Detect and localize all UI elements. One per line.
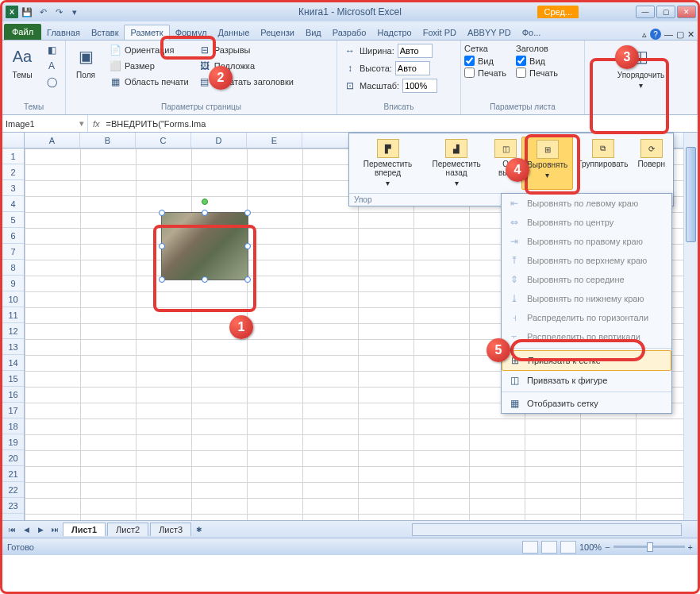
zoom-thumb[interactable] xyxy=(647,542,653,552)
height-input[interactable] xyxy=(395,61,430,75)
tab-home[interactable]: Главная xyxy=(41,25,86,40)
width-control[interactable]: ↔Ширина: xyxy=(340,42,440,60)
col-header[interactable]: D xyxy=(191,133,247,148)
row-header[interactable]: 6 xyxy=(2,228,24,244)
qat-more-icon[interactable]: ▾ xyxy=(67,5,82,19)
row-header[interactable]: 10 xyxy=(2,291,24,307)
headings-print-checkbox[interactable]: Печать xyxy=(516,67,558,79)
resize-handle[interactable] xyxy=(244,243,251,249)
resize-handle[interactable] xyxy=(244,210,251,216)
size-button[interactable]: ⬜Размер xyxy=(106,58,192,74)
row-header[interactable]: 21 xyxy=(2,466,24,482)
rotate-button[interactable]: ⟳Поверн xyxy=(633,137,670,190)
row-header[interactable]: 9 xyxy=(2,276,24,291)
row-header[interactable]: 19 xyxy=(2,434,24,450)
row-header[interactable]: 1 xyxy=(2,148,24,164)
align-top-item[interactable]: ⤒Выровнять по верхнему краю xyxy=(502,251,671,270)
headings-view-checkbox[interactable]: Вид xyxy=(516,55,558,67)
tab-page-layout[interactable]: Разметк xyxy=(124,25,169,40)
gridlines-print-checkbox[interactable]: Печать xyxy=(464,67,506,79)
row-header[interactable]: 11 xyxy=(2,307,24,323)
distribute-h-item[interactable]: ⫞Распределить по горизонтали xyxy=(502,308,671,327)
row-header[interactable]: 3 xyxy=(2,180,24,196)
next-sheet-button[interactable]: ▶ xyxy=(34,523,47,536)
col-header[interactable]: B xyxy=(80,133,136,148)
row-header[interactable]: 18 xyxy=(2,418,24,434)
prev-sheet-button[interactable]: ◀ xyxy=(20,523,33,536)
embedded-image[interactable] xyxy=(161,212,248,280)
formula-value[interactable]: =ВНЕДРИТЬ("Forms.Ima xyxy=(106,119,206,129)
close-button[interactable]: ✕ xyxy=(677,6,696,18)
print-area-button[interactable]: ▦Область печати xyxy=(106,74,192,90)
group-button[interactable]: ⧉Группировать xyxy=(573,137,633,190)
fonts-button[interactable]: A xyxy=(42,58,61,74)
page-layout-view-button[interactable] xyxy=(541,541,557,554)
themes-button[interactable]: Aa Темы xyxy=(6,42,39,81)
snap-to-grid-item[interactable]: ⊞Привязать к сетке xyxy=(502,350,671,371)
name-box[interactable]: Image1 ▾ xyxy=(2,115,88,132)
bring-forward-button[interactable]: ▛Переместить вперед▾ xyxy=(352,137,423,190)
normal-view-button[interactable] xyxy=(522,541,538,554)
row-header[interactable]: 7 xyxy=(2,244,24,260)
resize-handle[interactable] xyxy=(244,276,251,283)
align-button[interactable]: ⊞Выровнять▾ xyxy=(521,137,573,190)
effects-button[interactable]: ◯ xyxy=(42,74,61,90)
row-header[interactable]: 15 xyxy=(2,371,24,387)
row-header[interactable]: 8 xyxy=(2,260,24,276)
rotate-handle[interactable] xyxy=(202,199,208,205)
sheet-tab-2[interactable]: Лист2 xyxy=(107,523,148,536)
context-tab[interactable]: Сред... xyxy=(537,6,579,18)
save-button[interactable]: 💾 xyxy=(20,5,34,19)
colors-button[interactable]: ◧ xyxy=(42,42,61,58)
snap-to-shape-item[interactable]: ◫Привязать к фигуре xyxy=(502,371,671,390)
minimize-button[interactable]: — xyxy=(636,6,655,18)
doc-max-icon[interactable]: ▢ xyxy=(676,29,684,40)
zoom-in-button[interactable]: + xyxy=(688,542,693,552)
tab-review[interactable]: Рецензи xyxy=(255,25,300,40)
resize-handle[interactable] xyxy=(202,210,208,216)
col-header[interactable]: A xyxy=(25,133,80,148)
row-header[interactable]: 20 xyxy=(2,450,24,466)
row-header[interactable]: 17 xyxy=(2,403,24,418)
breaks-button[interactable]: ⊟Разрывы xyxy=(195,42,297,58)
last-sheet-button[interactable]: ⏭ xyxy=(48,523,61,536)
height-control[interactable]: ↕Высота: xyxy=(340,60,440,77)
resize-handle[interactable] xyxy=(159,243,165,249)
row-header[interactable]: 14 xyxy=(2,355,24,371)
select-all-button[interactable] xyxy=(2,133,25,148)
first-sheet-button[interactable]: ⏮ xyxy=(6,523,18,536)
resize-handle[interactable] xyxy=(159,210,165,216)
fx-icon[interactable]: fx xyxy=(93,119,100,129)
scale-input[interactable] xyxy=(402,79,437,93)
tab-file[interactable]: Файл xyxy=(4,24,41,40)
align-middle-item[interactable]: ⇕Выровнять по середине xyxy=(502,270,671,289)
scrollbar-thumb[interactable] xyxy=(686,147,696,242)
zoom-out-button[interactable]: − xyxy=(605,542,610,552)
margins-button[interactable]: ▣ Поля xyxy=(69,42,102,81)
page-break-view-button[interactable] xyxy=(560,541,576,554)
row-header[interactable]: 5 xyxy=(2,212,24,228)
resize-handle[interactable] xyxy=(159,276,165,283)
resize-handle[interactable] xyxy=(202,276,208,283)
view-gridlines-item[interactable]: ▦Отобразить сетку xyxy=(502,394,671,413)
tab-format[interactable]: Фо... xyxy=(517,25,547,40)
vertical-scrollbar[interactable] xyxy=(683,133,698,520)
row-header[interactable]: 22 xyxy=(2,482,24,498)
row-header[interactable]: 16 xyxy=(2,387,24,403)
tab-insert[interactable]: Вставк xyxy=(86,25,125,40)
tab-data[interactable]: Данные xyxy=(213,25,256,40)
align-bottom-item[interactable]: ⤓Выровнять по нижнему краю xyxy=(502,289,671,308)
tab-abbyy[interactable]: ABBYY PD xyxy=(462,25,517,40)
tab-view[interactable]: Вид xyxy=(300,25,327,40)
orientation-button[interactable]: 📄Ориентация xyxy=(106,42,192,58)
tab-formulas[interactable]: Формул xyxy=(170,25,213,40)
row-header[interactable]: 13 xyxy=(2,339,24,355)
help-icon[interactable]: ? xyxy=(650,29,661,40)
horizontal-scrollbar[interactable] xyxy=(412,523,682,536)
tab-foxit[interactable]: Foxit PD xyxy=(417,25,462,40)
new-sheet-button[interactable]: ✱ xyxy=(193,523,206,536)
tab-addins[interactable]: Надстро xyxy=(371,25,417,40)
doc-close-icon[interactable]: ✕ xyxy=(687,29,694,40)
sheet-tab-3[interactable]: Лист3 xyxy=(150,523,191,536)
align-center-h-item[interactable]: ⇔Выровнять по центру xyxy=(502,213,671,232)
